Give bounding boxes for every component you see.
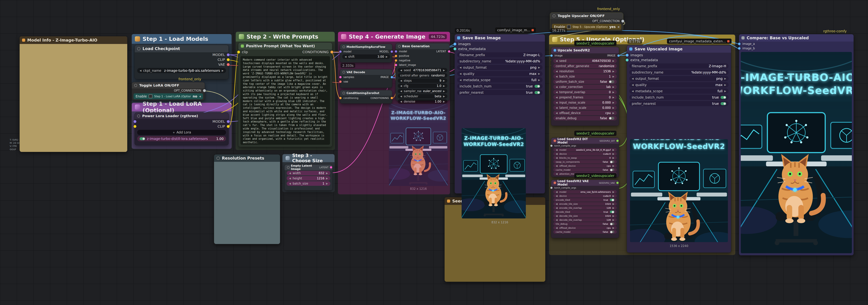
widget-include-batch-num[interactable]: include_batch_numtrue	[457, 84, 542, 89]
metadata-port[interactable]	[454, 48, 456, 50]
boolean-toggle[interactable]	[610, 223, 614, 225]
note-model-info[interactable]: Model Info - Z-Image-Turbo-AIO	[20, 36, 127, 152]
input-conditioning[interactable]: conditioning	[340, 96, 367, 100]
widget-batch-size[interactable]: batch_size1	[553, 74, 617, 79]
clip-port[interactable]	[227, 58, 230, 61]
add-lora-button[interactable]: ＋ Add Lora	[137, 130, 226, 135]
model-port[interactable]	[227, 53, 230, 56]
latent-port[interactable]	[330, 166, 332, 169]
boolean-toggle[interactable]	[610, 231, 614, 233]
node-positive-prompt[interactable]: Positive Prompt (What You Want) clip CON…	[238, 43, 332, 147]
clip-port[interactable]	[227, 125, 230, 128]
input-images[interactable]: images	[455, 41, 545, 47]
collapse-dot[interactable]	[137, 47, 141, 50]
widget-device[interactable]: devicecuda:0	[553, 152, 617, 156]
widget-input-noise-scale[interactable]: input_noise_scale0.000	[553, 100, 617, 105]
lora-enabled-toggle[interactable]	[140, 137, 145, 140]
widget-steps[interactable]: steps9	[398, 78, 447, 83]
widget-prepend-frames[interactable]: prepend_frames0	[553, 95, 617, 100]
widget-cfg[interactable]: cfg1.0	[398, 84, 447, 88]
collapse-dot[interactable]	[398, 45, 401, 48]
widget-blocks-to-swap[interactable]: blocks_to_swap0	[553, 156, 617, 160]
output-opt-connection[interactable]: OPT_CONNECTION	[550, 19, 623, 23]
input-image-b[interactable]: image_b	[739, 46, 854, 51]
input-positive[interactable]: positive	[396, 54, 450, 58]
node-compare-base-vs-upscaled[interactable]: Compare: Base vs Upscaled image_a image_…	[739, 34, 854, 255]
input-torch-compile-args[interactable]: torch_compile_args	[551, 144, 619, 147]
node-resolution-presets[interactable]: Resolution Presets	[214, 154, 280, 244]
output-conditioning[interactable]: CONDITIONING	[285, 50, 332, 54]
latent-port[interactable]	[395, 64, 397, 66]
collapse-dot[interactable]	[216, 157, 220, 160]
widget-prefer-nearest[interactable]: prefer_nearesttrue	[629, 101, 728, 106]
widget-filename-prefix[interactable]: filename_prefixZ-Image-L	[457, 52, 542, 57]
widget-tile-debug[interactable]: tile_debugfalse	[553, 222, 617, 226]
input-negative[interactable]: negative	[396, 58, 450, 63]
enable-toggle-row[interactable]: Enable Step 1 - Load LoRA (Optional) no	[133, 93, 203, 99]
node-toggle-lora[interactable]: Toggle LoRA ON/OFF OPT_CONNECTION Enable…	[132, 82, 205, 101]
node-upscale-seedvr2[interactable]: Upscale SeedVR2 image IMAGE seed40647050…	[551, 47, 619, 126]
input-image[interactable]: image	[551, 53, 585, 58]
widget-sampler-name[interactable]: sampler_nameeuler_ancestral	[398, 89, 447, 93]
input-image-a[interactable]: image_a	[739, 41, 854, 46]
widget-output-format[interactable]: output_formatpng	[629, 76, 728, 81]
opt-port[interactable]	[621, 20, 624, 23]
conditioning-port[interactable]	[339, 97, 342, 99]
vae-port[interactable]	[227, 63, 230, 66]
saved-image-preview[interactable]	[462, 128, 526, 218]
output-image[interactable]: IMAGE	[366, 75, 392, 79]
boolean-toggle[interactable]	[610, 211, 614, 213]
conditioning-port[interactable]	[330, 51, 333, 54]
output-conditioning[interactable]: CONDITIONING	[367, 96, 392, 100]
prompt-textarea[interactable]: Modern command center interior with adva…	[241, 56, 330, 145]
widget-cache-model[interactable]: cache_modelfalse	[553, 230, 617, 233]
widget-scheduler[interactable]: schedulerbeta	[398, 94, 447, 99]
node-power-lora-loader[interactable]: Power Lora Loader (rgthree) MODEL CLIP ＋…	[134, 113, 229, 145]
node-base-generation[interactable]: Base Generation model LATENT positive ne…	[396, 43, 450, 101]
input-clip[interactable]	[135, 124, 182, 129]
widget-swap-io-components[interactable]: swap_io_componentsfalse	[553, 160, 617, 164]
widget-uniform-batch-size[interactable]: uniform_batch_sizefalse	[553, 79, 617, 84]
widget-latent-noise-scale[interactable]: latent_noise_scale0.000	[553, 106, 617, 110]
output-latent[interactable]: LATENT	[423, 49, 450, 54]
boolean-toggle[interactable]	[721, 96, 726, 99]
node-load-seedvr2-dit[interactable]: Load SeedVR2 DiT Model SEEDVR2_DIT torch…	[551, 138, 619, 177]
input-model[interactable]	[135, 119, 182, 124]
node-save-base-image[interactable]: Save Base Image images extra_metadata fi…	[455, 34, 545, 194]
conditioning-port[interactable]	[395, 55, 397, 57]
conditioning-port[interactable]	[391, 97, 393, 99]
collapse-dot[interactable]	[137, 114, 140, 117]
node-load-checkpoint[interactable]: Load Checkpoint MODEL CLIP VAE ckpt_name…	[134, 45, 229, 79]
opt-port[interactable]	[203, 89, 206, 92]
widget-subdirectory-name[interactable]: subdirectory_name%date:yyyy-MM-dd%	[457, 59, 542, 64]
node-conditioning-zero-out[interactable]: ConditioningZeroOut conditioning CONDITI…	[340, 90, 392, 104]
output-model[interactable]: MODEL	[182, 119, 228, 124]
widget-cache-model[interactable]: cache_modelfalse	[553, 168, 617, 171]
workflow-canvas[interactable]: Z-IMAGE-TURBO-AIO- WORKFLOW-SeedVR2	[0, 0, 868, 305]
torch-compile-port[interactable]	[550, 145, 553, 147]
latent-port[interactable]	[448, 50, 450, 53]
boolean-toggle[interactable]	[721, 102, 726, 105]
widget-encode-tile-size[interactable]: encode_tile_size1024	[553, 202, 617, 205]
seedvr2-vae-port[interactable]	[616, 182, 619, 184]
input-model[interactable]: model	[396, 49, 423, 54]
boolean-toggle[interactable]	[610, 169, 614, 171]
conditioning-port[interactable]	[395, 59, 397, 62]
node-load-seedvr2-vae[interactable]: Load SeedVR2 VAE Model SEEDVR2_VAE torch…	[551, 180, 619, 238]
boolean-toggle[interactable]	[609, 117, 614, 120]
widget-model[interactable]: modelseedvr2_ema_3b-Q4_K_M.gguf	[553, 148, 617, 151]
torch-compile-port[interactable]	[550, 187, 553, 189]
input-torch-compile-args[interactable]: torch_compile_args	[551, 186, 619, 190]
input-clip[interactable]: clip	[238, 50, 285, 54]
widget-decode-tile-overlap[interactable]: decode_tile_overlap128	[553, 218, 617, 222]
model-port[interactable]	[133, 120, 136, 123]
model-port[interactable]	[339, 50, 342, 53]
widget-control-after-generate[interactable]: control_after_generaterandomize	[553, 64, 617, 68]
collapse-dot[interactable]	[342, 46, 345, 48]
widget-offload-device[interactable]: offload_devicecpu	[553, 226, 617, 229]
widget-seed[interactable]: seed477816368586471	[398, 68, 447, 73]
clip-port[interactable]	[133, 125, 136, 128]
widget-temporal-overlap[interactable]: temporal_overlap0	[553, 90, 617, 94]
widget-quality[interactable]: qualitymax	[457, 71, 542, 76]
widget-decode-tile-size[interactable]: decode_tile_size1024	[553, 214, 617, 218]
